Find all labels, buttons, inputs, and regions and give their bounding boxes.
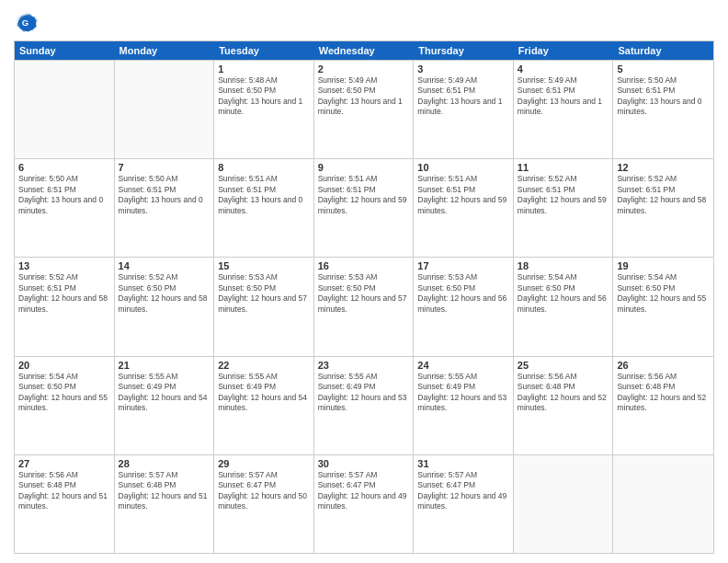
calendar-cell: 23Sunrise: 5:55 AM Sunset: 6:49 PM Dayli…: [314, 357, 415, 454]
day-info: Sunrise: 5:52 AM Sunset: 6:50 PM Dayligh…: [119, 272, 210, 315]
calendar-cell: 28Sunrise: 5:57 AM Sunset: 6:48 PM Dayli…: [115, 455, 215, 553]
calendar-cell: 30Sunrise: 5:57 AM Sunset: 6:47 PM Dayli…: [314, 455, 415, 553]
calendar-week: 27Sunrise: 5:56 AM Sunset: 6:48 PM Dayli…: [15, 454, 713, 553]
calendar-cell: 1Sunrise: 5:48 AM Sunset: 6:50 PM Daylig…: [214, 61, 314, 158]
day-info: Sunrise: 5:56 AM Sunset: 6:48 PM Dayligh…: [18, 470, 110, 512]
day-number: 29: [218, 458, 310, 469]
day-info: Sunrise: 5:52 AM Sunset: 6:51 PM Dayligh…: [617, 174, 710, 216]
calendar-cell: 7Sunrise: 5:50 AM Sunset: 6:51 PM Daylig…: [115, 159, 215, 257]
calendar-cell: 20Sunrise: 5:54 AM Sunset: 6:50 PM Dayli…: [15, 357, 115, 454]
day-number: 5: [617, 63, 710, 75]
day-info: Sunrise: 5:53 AM Sunset: 6:50 PM Dayligh…: [318, 272, 410, 315]
calendar-cell: 17Sunrise: 5:53 AM Sunset: 6:50 PM Dayli…: [414, 258, 514, 355]
day-info: Sunrise: 5:57 AM Sunset: 6:48 PM Dayligh…: [119, 470, 210, 512]
svg-text:G: G: [22, 17, 28, 28]
day-number: 14: [119, 260, 210, 271]
calendar-cell: 26Sunrise: 5:56 AM Sunset: 6:48 PM Dayli…: [613, 357, 713, 454]
calendar-cell: 6Sunrise: 5:50 AM Sunset: 6:51 PM Daylig…: [15, 159, 115, 257]
calendar-cell: [15, 61, 115, 158]
day-info: Sunrise: 5:57 AM Sunset: 6:47 PM Dayligh…: [318, 470, 410, 512]
day-number: 6: [18, 162, 110, 173]
logo-icon: G: [14, 9, 40, 35]
calendar-cell: 16Sunrise: 5:53 AM Sunset: 6:50 PM Dayli…: [314, 258, 415, 355]
calendar-cell: 29Sunrise: 5:57 AM Sunset: 6:47 PM Dayli…: [214, 455, 314, 553]
day-info: Sunrise: 5:55 AM Sunset: 6:49 PM Dayligh…: [119, 372, 210, 414]
day-number: 8: [218, 162, 310, 173]
day-info: Sunrise: 5:54 AM Sunset: 6:50 PM Dayligh…: [18, 372, 110, 414]
day-info: Sunrise: 5:50 AM Sunset: 6:51 PM Dayligh…: [18, 174, 110, 216]
day-info: Sunrise: 5:49 AM Sunset: 6:50 PM Dayligh…: [318, 75, 410, 118]
day-number: 21: [119, 360, 210, 371]
day-number: 31: [417, 458, 509, 469]
day-info: Sunrise: 5:57 AM Sunset: 6:47 PM Dayligh…: [218, 470, 310, 512]
day-number: 4: [518, 63, 609, 75]
day-number: 30: [318, 458, 410, 469]
calendar-week: 20Sunrise: 5:54 AM Sunset: 6:50 PM Dayli…: [15, 356, 713, 454]
calendar-week: 6Sunrise: 5:50 AM Sunset: 6:51 PM Daylig…: [15, 158, 713, 257]
calendar-cell: 11Sunrise: 5:52 AM Sunset: 6:51 PM Dayli…: [514, 159, 614, 257]
day-number: 22: [218, 360, 310, 371]
calendar-cell: 24Sunrise: 5:55 AM Sunset: 6:49 PM Dayli…: [414, 357, 514, 454]
day-info: Sunrise: 5:49 AM Sunset: 6:51 PM Dayligh…: [417, 75, 509, 118]
calendar-cell: 4Sunrise: 5:49 AM Sunset: 6:51 PM Daylig…: [514, 61, 614, 158]
day-number: 24: [417, 360, 509, 371]
calendar-cell: 31Sunrise: 5:57 AM Sunset: 6:47 PM Dayli…: [414, 455, 514, 553]
day-number: 18: [518, 260, 609, 271]
calendar-cell: 13Sunrise: 5:52 AM Sunset: 6:51 PM Dayli…: [15, 258, 115, 355]
calendar-cell: 8Sunrise: 5:51 AM Sunset: 6:51 PM Daylig…: [214, 159, 314, 257]
header-day: Wednesday: [314, 41, 415, 60]
calendar-cell: 3Sunrise: 5:49 AM Sunset: 6:51 PM Daylig…: [414, 61, 514, 158]
day-info: Sunrise: 5:55 AM Sunset: 6:49 PM Dayligh…: [417, 372, 509, 414]
day-info: Sunrise: 5:56 AM Sunset: 6:48 PM Dayligh…: [617, 372, 710, 414]
day-number: 2: [318, 63, 410, 75]
calendar-cell: 2Sunrise: 5:49 AM Sunset: 6:50 PM Daylig…: [314, 61, 415, 158]
logo: G: [14, 9, 43, 35]
day-number: 9: [318, 162, 410, 173]
day-number: 1: [218, 63, 310, 75]
calendar-cell: 10Sunrise: 5:51 AM Sunset: 6:51 PM Dayli…: [414, 159, 514, 257]
header-day: Tuesday: [214, 41, 314, 60]
day-number: 11: [518, 162, 609, 173]
day-info: Sunrise: 5:52 AM Sunset: 6:51 PM Dayligh…: [18, 272, 110, 315]
header: G: [14, 9, 714, 35]
day-number: 10: [417, 162, 509, 173]
calendar-cell: 19Sunrise: 5:54 AM Sunset: 6:50 PM Dayli…: [613, 258, 713, 355]
calendar-cell: 14Sunrise: 5:52 AM Sunset: 6:50 PM Dayli…: [115, 258, 215, 355]
calendar-body: 1Sunrise: 5:48 AM Sunset: 6:50 PM Daylig…: [15, 60, 713, 553]
day-info: Sunrise: 5:54 AM Sunset: 6:50 PM Dayligh…: [518, 272, 609, 315]
calendar-cell: 25Sunrise: 5:56 AM Sunset: 6:48 PM Dayli…: [514, 357, 614, 454]
header-day: Sunday: [15, 41, 115, 60]
page: G SundayMondayTuesdayWednesdayThursdayFr…: [0, 0, 728, 563]
day-number: 19: [617, 260, 710, 271]
day-number: 20: [18, 360, 110, 371]
day-number: 27: [18, 458, 110, 469]
calendar-week: 1Sunrise: 5:48 AM Sunset: 6:50 PM Daylig…: [15, 60, 713, 158]
day-info: Sunrise: 5:54 AM Sunset: 6:50 PM Dayligh…: [617, 272, 710, 315]
day-info: Sunrise: 5:50 AM Sunset: 6:51 PM Dayligh…: [119, 174, 210, 216]
calendar-cell: 9Sunrise: 5:51 AM Sunset: 6:51 PM Daylig…: [314, 159, 415, 257]
day-info: Sunrise: 5:55 AM Sunset: 6:49 PM Dayligh…: [218, 372, 310, 414]
calendar-cell: 22Sunrise: 5:55 AM Sunset: 6:49 PM Dayli…: [214, 357, 314, 454]
day-info: Sunrise: 5:51 AM Sunset: 6:51 PM Dayligh…: [218, 174, 310, 216]
day-info: Sunrise: 5:53 AM Sunset: 6:50 PM Dayligh…: [417, 272, 509, 315]
calendar-cell: 5Sunrise: 5:50 AM Sunset: 6:51 PM Daylig…: [613, 61, 713, 158]
day-info: Sunrise: 5:51 AM Sunset: 6:51 PM Dayligh…: [318, 174, 410, 216]
day-info: Sunrise: 5:53 AM Sunset: 6:50 PM Dayligh…: [218, 272, 310, 315]
day-info: Sunrise: 5:48 AM Sunset: 6:50 PM Dayligh…: [218, 75, 310, 118]
header-day: Friday: [514, 41, 614, 60]
calendar-cell: 15Sunrise: 5:53 AM Sunset: 6:50 PM Dayli…: [214, 258, 314, 355]
calendar-cell: 12Sunrise: 5:52 AM Sunset: 6:51 PM Dayli…: [613, 159, 713, 257]
day-number: 15: [218, 260, 310, 271]
day-info: Sunrise: 5:56 AM Sunset: 6:48 PM Dayligh…: [518, 372, 609, 414]
day-number: 26: [617, 360, 710, 371]
calendar-cell: [613, 455, 713, 553]
calendar: SundayMondayTuesdayWednesdayThursdayFrid…: [14, 40, 714, 554]
day-info: Sunrise: 5:55 AM Sunset: 6:49 PM Dayligh…: [318, 372, 410, 414]
day-info: Sunrise: 5:57 AM Sunset: 6:47 PM Dayligh…: [417, 470, 509, 512]
day-number: 17: [417, 260, 509, 271]
day-number: 12: [617, 162, 710, 173]
day-number: 23: [318, 360, 410, 371]
day-number: 16: [318, 260, 410, 271]
day-info: Sunrise: 5:50 AM Sunset: 6:51 PM Dayligh…: [617, 75, 710, 118]
day-number: 7: [119, 162, 210, 173]
